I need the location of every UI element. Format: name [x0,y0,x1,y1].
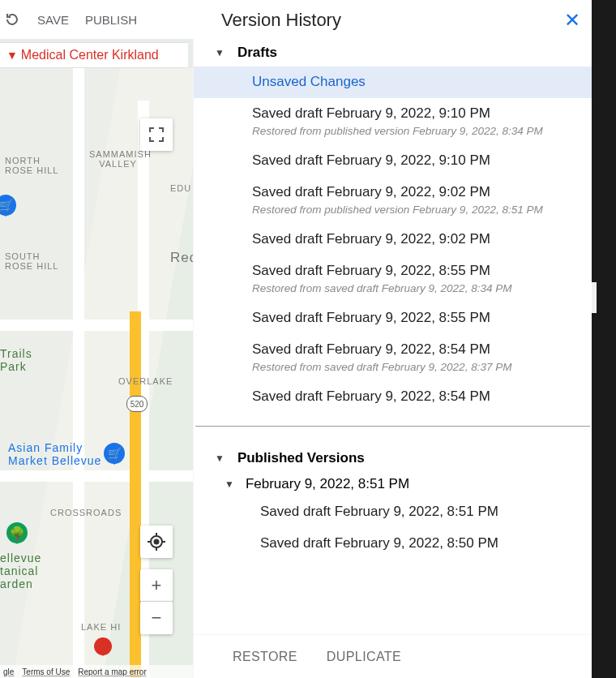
map-pin-icon[interactable]: 🛒 [0,195,16,216]
place-name-banner[interactable]: ▼ Medical Center Kirkland [0,42,188,68]
map-area[interactable]: NORTH ROSE HILL SAMMAMISH VALLEY EDU SOU… [0,0,193,678]
version-note: Restored from saved draft February 9, 20… [252,281,585,296]
map-label: SAMMAMISH VALLEY [89,149,152,169]
close-button[interactable]: ✕ [564,9,584,32]
map-label: Redn [170,250,193,266]
publish-button[interactable]: PUBLISH [85,13,137,27]
version-history-panel: Version History ✕ ▼ Drafts Unsaved Chang… [193,0,592,678]
published-list: ▼February 9, 2022, 8:51 PMSaved draft Fe… [194,472,592,560]
version-note: Restored from published version February… [252,124,585,139]
published-label: Published Versions [237,450,365,466]
zoom-in-button[interactable]: + [140,569,173,602]
map-footer: gle Terms of Use Report a map error [0,665,193,678]
map-pin-icon[interactable]: 🛒 [104,443,125,464]
redo-button[interactable] [3,11,21,28]
published-section-toggle[interactable]: ▼ Published Versions [194,444,592,472]
map-poi-label[interactable]: Asian Family Market Bellevue [8,441,101,467]
map-pin-icon[interactable]: 🌳 [6,522,28,543]
map-label: Trails Park [0,347,32,373]
fullscreen-button[interactable] [140,118,173,151]
map-label: NORTH ROSE HILL [5,156,58,175]
published-version-toggle[interactable]: ▼February 9, 2022, 8:51 PM [194,472,592,496]
map-poi-label[interactable]: ellevue tanical arden [0,551,41,590]
version-item[interactable]: Saved draft February 9, 2022, 8:50 PM [194,528,592,560]
version-item[interactable]: Unsaved Changes [194,67,592,98]
section-divider [195,426,590,427]
zoom-out-button[interactable]: − [140,602,173,634]
place-name: Medical Center Kirkland [21,48,159,62]
panel-body: ▼ Drafts Unsaved ChangesSaved draft Febr… [194,39,592,678]
svg-point-1 [155,540,159,544]
map-label: OVERLAKE [118,376,173,386]
drafts-label: Drafts [237,45,277,61]
version-item[interactable]: Saved draft February 9, 2022, 9:02 PMRes… [194,177,592,224]
map-background: NORTH ROSE HILL SAMMAMISH VALLEY EDU SOU… [0,68,193,678]
map-provider-link[interactable]: gle [3,667,14,676]
version-item[interactable]: Saved draft February 9, 2022, 9:10 PM [194,145,592,177]
published-version-date: February 9, 2022, 8:51 PM [246,476,409,492]
window-right-edge [592,0,616,678]
chevron-down-icon: ▼ [225,478,234,490]
save-button[interactable]: SAVE [37,13,69,27]
version-item[interactable]: Saved draft February 9, 2022, 8:54 PMRes… [194,334,592,381]
version-note: Restored from published version February… [252,203,585,217]
chevron-down-icon: ▼ [215,47,225,58]
marker-icon: ▼ [6,49,18,61]
version-item[interactable]: Saved draft February 9, 2022, 8:55 PM [194,303,592,334]
version-item[interactable]: Saved draft February 9, 2022, 8:51 PM [194,496,592,528]
version-item[interactable]: Saved draft February 9, 2022, 8:54 PM [194,381,592,413]
version-item[interactable]: Saved draft February 9, 2022, 8:55 PMRes… [194,255,592,303]
panel-title: Version History [221,10,341,31]
restore-button[interactable]: RESTORE [233,650,297,664]
map-label: EDU [170,183,191,193]
chevron-down-icon: ▼ [215,453,225,464]
locate-me-button[interactable] [140,526,173,558]
version-item[interactable]: Saved draft February 9, 2022, 9:10 PMRes… [194,98,592,145]
map-pin-icon[interactable] [94,637,112,655]
panel-footer: RESTORE DUPLICATE [194,634,592,678]
map-label: SOUTH ROSE HILL [5,251,58,271]
report-error-link[interactable]: Report a map error [78,667,146,676]
map-label: LAKE HI [81,622,121,632]
drafts-list: Unsaved ChangesSaved draft February 9, 2… [194,67,592,413]
terms-link[interactable]: Terms of Use [22,667,70,676]
drafts-section-toggle[interactable]: ▼ Drafts [194,39,592,67]
editor-toolbar: SAVE PUBLISH [0,0,211,39]
highway-shield-icon: 520 [126,396,148,412]
map-label: CROSSROADS [50,508,122,517]
version-note: Restored from saved draft February 9, 20… [252,360,585,375]
duplicate-button[interactable]: DUPLICATE [327,650,401,664]
version-item[interactable]: Saved draft February 9, 2022, 9:02 PM [194,224,592,255]
